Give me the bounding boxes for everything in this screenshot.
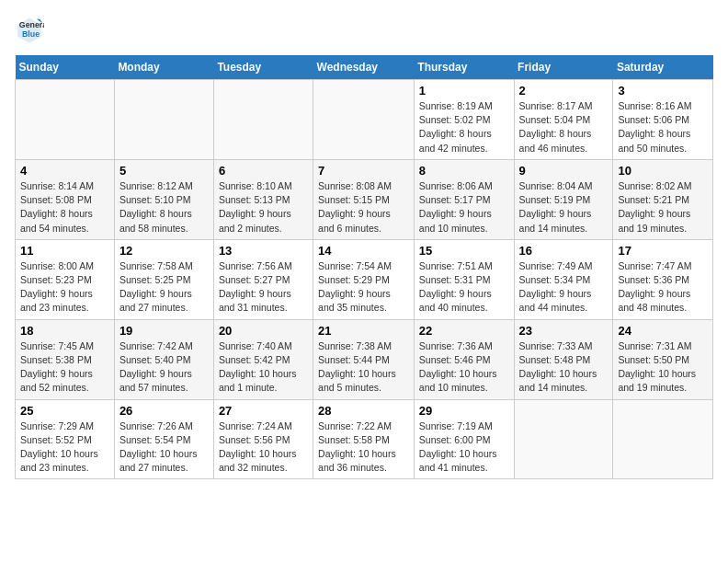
calendar-cell: 26Sunrise: 7:26 AM Sunset: 5:54 PM Dayli… <box>114 399 213 479</box>
calendar-cell <box>114 80 213 160</box>
calendar-cell <box>313 80 415 160</box>
day-number: 26 <box>119 404 209 418</box>
calendar-cell: 21Sunrise: 7:38 AM Sunset: 5:44 PM Dayli… <box>313 319 415 399</box>
cell-info: Sunrise: 8:02 AM Sunset: 5:21 PM Dayligh… <box>618 179 708 236</box>
week-row-3: 18Sunrise: 7:45 AM Sunset: 5:38 PM Dayli… <box>16 319 713 399</box>
day-number: 7 <box>318 164 409 178</box>
day-number: 17 <box>618 244 708 258</box>
calendar-cell <box>514 399 613 479</box>
cell-info: Sunrise: 8:04 AM Sunset: 5:19 PM Dayligh… <box>519 179 609 236</box>
cell-info: Sunrise: 7:36 AM Sunset: 5:46 PM Dayligh… <box>419 339 509 396</box>
cell-info: Sunrise: 7:49 AM Sunset: 5:34 PM Dayligh… <box>519 259 609 316</box>
day-number: 18 <box>20 324 109 338</box>
day-number: 19 <box>119 324 209 338</box>
cell-info: Sunrise: 8:17 AM Sunset: 5:04 PM Dayligh… <box>519 99 609 155</box>
col-header-monday: Monday <box>114 55 213 80</box>
cell-info: Sunrise: 7:24 AM Sunset: 5:56 PM Dayligh… <box>219 419 308 476</box>
cell-info: Sunrise: 7:29 AM Sunset: 5:52 PM Dayligh… <box>20 419 109 476</box>
day-number: 29 <box>419 404 509 418</box>
calendar-cell: 16Sunrise: 7:49 AM Sunset: 5:34 PM Dayli… <box>514 239 613 319</box>
day-number: 13 <box>219 244 308 258</box>
cell-info: Sunrise: 7:22 AM Sunset: 5:58 PM Dayligh… <box>318 419 409 476</box>
calendar-cell: 17Sunrise: 7:47 AM Sunset: 5:36 PM Dayli… <box>613 239 713 319</box>
calendar-cell: 23Sunrise: 7:33 AM Sunset: 5:48 PM Dayli… <box>514 319 613 399</box>
col-header-friday: Friday <box>514 55 613 80</box>
cell-info: Sunrise: 7:47 AM Sunset: 5:36 PM Dayligh… <box>618 259 708 316</box>
cell-info: Sunrise: 8:00 AM Sunset: 5:23 PM Dayligh… <box>20 259 109 316</box>
calendar-cell: 24Sunrise: 7:31 AM Sunset: 5:50 PM Dayli… <box>613 319 713 399</box>
cell-info: Sunrise: 8:10 AM Sunset: 5:13 PM Dayligh… <box>219 179 308 236</box>
cell-info: Sunrise: 8:12 AM Sunset: 5:10 PM Dayligh… <box>119 179 209 236</box>
day-number: 22 <box>419 324 509 338</box>
cell-info: Sunrise: 7:26 AM Sunset: 5:54 PM Dayligh… <box>119 419 209 476</box>
cell-info: Sunrise: 7:56 AM Sunset: 5:27 PM Dayligh… <box>219 259 308 316</box>
calendar-cell: 12Sunrise: 7:58 AM Sunset: 5:25 PM Dayli… <box>114 239 213 319</box>
day-number: 6 <box>219 164 308 178</box>
calendar-cell: 25Sunrise: 7:29 AM Sunset: 5:52 PM Dayli… <box>16 399 115 479</box>
day-number: 12 <box>119 244 209 258</box>
calendar-table: SundayMondayTuesdayWednesdayThursdayFrid… <box>15 55 713 479</box>
day-number: 8 <box>419 164 509 178</box>
calendar-cell: 10Sunrise: 8:02 AM Sunset: 5:21 PM Dayli… <box>613 159 713 239</box>
day-number: 21 <box>318 324 409 338</box>
day-number: 28 <box>318 404 409 418</box>
day-number: 23 <box>519 324 609 338</box>
day-number: 5 <box>119 164 209 178</box>
calendar-cell: 15Sunrise: 7:51 AM Sunset: 5:31 PM Dayli… <box>414 239 514 319</box>
col-header-wednesday: Wednesday <box>313 55 415 80</box>
cell-info: Sunrise: 7:45 AM Sunset: 5:38 PM Dayligh… <box>20 339 109 396</box>
week-row-1: 4Sunrise: 8:14 AM Sunset: 5:08 PM Daylig… <box>16 159 713 239</box>
calendar-cell: 8Sunrise: 8:06 AM Sunset: 5:17 PM Daylig… <box>414 159 514 239</box>
cell-info: Sunrise: 7:42 AM Sunset: 5:40 PM Dayligh… <box>119 339 209 396</box>
header-row: SundayMondayTuesdayWednesdayThursdayFrid… <box>16 55 713 80</box>
calendar-cell: 5Sunrise: 8:12 AM Sunset: 5:10 PM Daylig… <box>114 159 213 239</box>
cell-info: Sunrise: 7:31 AM Sunset: 5:50 PM Dayligh… <box>618 339 708 396</box>
col-header-tuesday: Tuesday <box>213 55 313 80</box>
cell-info: Sunrise: 8:08 AM Sunset: 5:15 PM Dayligh… <box>318 179 409 236</box>
cell-info: Sunrise: 7:51 AM Sunset: 5:31 PM Dayligh… <box>419 259 509 316</box>
calendar-cell: 6Sunrise: 8:10 AM Sunset: 5:13 PM Daylig… <box>213 159 313 239</box>
calendar-cell: 3Sunrise: 8:16 AM Sunset: 5:06 PM Daylig… <box>613 80 713 160</box>
calendar-cell: 9Sunrise: 8:04 AM Sunset: 5:19 PM Daylig… <box>514 159 613 239</box>
calendar-cell <box>613 399 713 479</box>
day-number: 27 <box>219 404 308 418</box>
calendar-cell: 18Sunrise: 7:45 AM Sunset: 5:38 PM Dayli… <box>16 319 115 399</box>
day-number: 25 <box>20 404 109 418</box>
logo: General Blue <box>15 15 48 44</box>
cell-info: Sunrise: 8:06 AM Sunset: 5:17 PM Dayligh… <box>419 179 509 236</box>
calendar-cell <box>213 80 313 160</box>
day-number: 1 <box>419 84 509 98</box>
calendar-cell: 29Sunrise: 7:19 AM Sunset: 6:00 PM Dayli… <box>414 399 514 479</box>
day-number: 20 <box>219 324 308 338</box>
cell-info: Sunrise: 7:58 AM Sunset: 5:25 PM Dayligh… <box>119 259 209 316</box>
calendar-cell: 13Sunrise: 7:56 AM Sunset: 5:27 PM Dayli… <box>213 239 313 319</box>
cell-info: Sunrise: 7:54 AM Sunset: 5:29 PM Dayligh… <box>318 259 409 316</box>
cell-info: Sunrise: 8:16 AM Sunset: 5:06 PM Dayligh… <box>618 99 708 155</box>
col-header-thursday: Thursday <box>414 55 514 80</box>
calendar-cell: 20Sunrise: 7:40 AM Sunset: 5:42 PM Dayli… <box>213 319 313 399</box>
cell-info: Sunrise: 8:14 AM Sunset: 5:08 PM Dayligh… <box>20 179 109 236</box>
calendar-cell: 1Sunrise: 8:19 AM Sunset: 5:02 PM Daylig… <box>414 80 514 160</box>
day-number: 10 <box>618 164 708 178</box>
calendar-cell: 7Sunrise: 8:08 AM Sunset: 5:15 PM Daylig… <box>313 159 415 239</box>
day-number: 24 <box>618 324 708 338</box>
calendar-cell <box>16 80 115 160</box>
cell-info: Sunrise: 7:33 AM Sunset: 5:48 PM Dayligh… <box>519 339 609 396</box>
week-row-4: 25Sunrise: 7:29 AM Sunset: 5:52 PM Dayli… <box>16 399 713 479</box>
week-row-0: 1Sunrise: 8:19 AM Sunset: 5:02 PM Daylig… <box>16 80 713 160</box>
page-header: General Blue <box>15 15 713 44</box>
calendar-cell: 19Sunrise: 7:42 AM Sunset: 5:40 PM Dayli… <box>114 319 213 399</box>
day-number: 16 <box>519 244 609 258</box>
day-number: 11 <box>20 244 109 258</box>
cell-info: Sunrise: 7:38 AM Sunset: 5:44 PM Dayligh… <box>318 339 409 396</box>
cell-info: Sunrise: 7:19 AM Sunset: 6:00 PM Dayligh… <box>419 419 509 476</box>
col-header-saturday: Saturday <box>613 55 713 80</box>
calendar-cell: 11Sunrise: 8:00 AM Sunset: 5:23 PM Dayli… <box>16 239 115 319</box>
day-number: 2 <box>519 84 609 98</box>
day-number: 14 <box>318 244 409 258</box>
day-number: 9 <box>519 164 609 178</box>
calendar-cell: 14Sunrise: 7:54 AM Sunset: 5:29 PM Dayli… <box>313 239 415 319</box>
calendar-cell: 28Sunrise: 7:22 AM Sunset: 5:58 PM Dayli… <box>313 399 415 479</box>
day-number: 3 <box>618 84 708 98</box>
cell-info: Sunrise: 8:19 AM Sunset: 5:02 PM Dayligh… <box>419 99 509 155</box>
